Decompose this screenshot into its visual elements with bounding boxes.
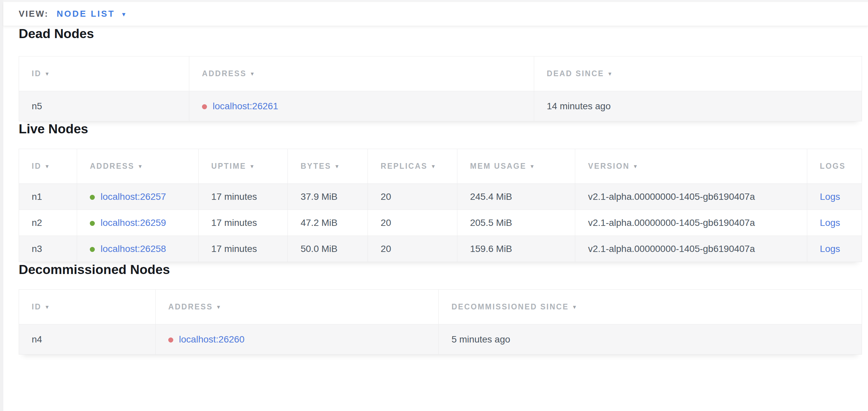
view-label: VIEW: xyxy=(19,9,49,19)
sort-arrow-icon: ▾ xyxy=(46,164,50,169)
sort-arrow-icon: ▾ xyxy=(573,304,577,310)
replicas-cell: 20 xyxy=(368,236,457,262)
live-status-icon xyxy=(90,221,95,226)
table-header-row: ID▾ ADDRESS▾ DECOMMISSIONED SINCE▾ xyxy=(19,290,862,324)
column-header-id[interactable]: ID▾ xyxy=(19,149,77,184)
column-header-mem-usage[interactable]: MEM USAGE▾ xyxy=(457,149,575,184)
bytes-cell: 37.9 MiB xyxy=(288,184,368,210)
table-row: n3 localhost:26258 17 minutes 50.0 MiB 2… xyxy=(19,236,862,262)
sort-arrow-icon: ▾ xyxy=(251,164,254,169)
chevron-down-icon: ▼ xyxy=(121,12,127,18)
sort-arrow-icon: ▾ xyxy=(609,71,612,77)
node-id-cell: n2 xyxy=(19,210,77,236)
node-id-cell: n5 xyxy=(19,91,189,121)
live-nodes-title: Live Nodes xyxy=(19,121,862,137)
page-edge-left xyxy=(0,0,3,411)
column-header-address[interactable]: ADDRESS▾ xyxy=(77,149,199,184)
logs-cell: Logs xyxy=(807,210,862,236)
version-cell: v2.1-alpha.00000000-1405-gb6190407a xyxy=(575,236,807,262)
dead-since-cell: 14 minutes ago xyxy=(534,91,862,121)
column-header-version[interactable]: VERSION▾ xyxy=(575,149,807,184)
column-header-id[interactable]: ID▾ xyxy=(19,290,156,324)
node-address-link[interactable]: localhost:26258 xyxy=(100,243,166,254)
bytes-cell: 50.0 MiB xyxy=(288,236,368,262)
uptime-cell: 17 minutes xyxy=(198,236,288,262)
node-id-cell: n3 xyxy=(19,236,77,262)
logs-link[interactable]: Logs xyxy=(820,217,840,228)
mem-usage-cell: 245.4 MiB xyxy=(457,184,575,210)
sort-arrow-icon: ▾ xyxy=(139,164,143,169)
column-header-id[interactable]: ID▾ xyxy=(19,56,189,91)
node-list-page: Dead Nodes ID▾ ADDRESS▾ DEAD SINCE▾ xyxy=(3,26,868,411)
sort-arrow-icon: ▾ xyxy=(251,71,255,77)
node-address-link[interactable]: localhost:26259 xyxy=(100,217,166,228)
table-row: n4 localhost:26260 5 minutes ago xyxy=(19,324,862,355)
logs-link[interactable]: Logs xyxy=(820,192,840,202)
bytes-cell: 47.2 MiB xyxy=(288,210,368,236)
sort-arrow-icon: ▾ xyxy=(46,71,50,77)
sort-arrow-icon: ▾ xyxy=(432,164,436,169)
logs-cell: Logs xyxy=(807,184,862,210)
live-status-icon xyxy=(90,195,95,200)
mem-usage-cell: 205.5 MiB xyxy=(457,210,575,236)
node-address-cell: localhost:26261 xyxy=(189,91,534,121)
column-header-logs: LOGS xyxy=(807,149,862,184)
sort-arrow-icon: ▾ xyxy=(336,164,339,169)
table-header-row: ID▾ ADDRESS▾ DEAD SINCE▾ xyxy=(19,56,862,91)
uptime-cell: 17 minutes xyxy=(198,184,288,210)
dead-status-icon xyxy=(202,104,207,109)
column-header-bytes[interactable]: BYTES▾ xyxy=(288,149,368,184)
mem-usage-cell: 159.6 MiB xyxy=(457,236,575,262)
table-row: n2 localhost:26259 17 minutes 47.2 MiB 2… xyxy=(19,210,862,236)
column-header-uptime[interactable]: UPTIME▾ xyxy=(198,149,288,184)
live-nodes-table: ID▾ ADDRESS▾ UPTIME▾ BYTES▾ REPLICAS▾ xyxy=(19,149,862,262)
node-address-cell: localhost:26259 xyxy=(77,210,199,236)
replicas-cell: 20 xyxy=(368,184,457,210)
column-header-decommissioned-since[interactable]: DECOMMISSIONED SINCE▾ xyxy=(439,290,862,324)
version-cell: v2.1-alpha.00000000-1405-gb6190407a xyxy=(575,210,807,236)
live-status-icon xyxy=(90,247,95,252)
column-header-address[interactable]: ADDRESS▾ xyxy=(156,290,439,324)
dead-nodes-title: Dead Nodes xyxy=(19,26,862,41)
logs-cell: Logs xyxy=(807,236,862,262)
logs-link[interactable]: Logs xyxy=(820,243,840,254)
node-address-link[interactable]: localhost:26260 xyxy=(179,334,244,345)
replicas-cell: 20 xyxy=(368,210,457,236)
node-address-cell: localhost:26257 xyxy=(77,184,199,210)
view-selected-value: NODE LIST xyxy=(57,9,115,19)
view-bar: VIEW: NODE LIST ▼ xyxy=(3,2,868,26)
node-address-link[interactable]: localhost:26261 xyxy=(213,101,278,111)
uptime-cell: 17 minutes xyxy=(198,210,288,236)
node-id-cell: n1 xyxy=(19,184,77,210)
sort-arrow-icon: ▾ xyxy=(217,304,221,310)
column-header-replicas[interactable]: REPLICAS▾ xyxy=(368,149,457,184)
decommissioned-nodes-title: Decommissioned Nodes xyxy=(19,262,862,277)
column-header-address[interactable]: ADDRESS▾ xyxy=(189,56,534,91)
node-address-cell: localhost:26258 xyxy=(77,236,199,262)
decommissioned-nodes-table: ID▾ ADDRESS▾ DECOMMISSIONED SINCE▾ n4 lo… xyxy=(19,289,862,355)
view-selector[interactable]: NODE LIST ▼ xyxy=(57,9,127,19)
sort-arrow-icon: ▾ xyxy=(531,164,534,169)
version-cell: v2.1-alpha.00000000-1405-gb6190407a xyxy=(575,184,807,210)
table-header-row: ID▾ ADDRESS▾ UPTIME▾ BYTES▾ REPLICAS▾ xyxy=(19,149,862,184)
decommissioned-since-cell: 5 minutes ago xyxy=(439,324,862,355)
node-address-link[interactable]: localhost:26257 xyxy=(100,192,166,202)
column-header-dead-since[interactable]: DEAD SINCE▾ xyxy=(534,56,862,91)
table-row: n1 localhost:26257 17 minutes 37.9 MiB 2… xyxy=(19,184,862,210)
dead-nodes-table: ID▾ ADDRESS▾ DEAD SINCE▾ n5 localhost:26… xyxy=(19,56,862,121)
node-id-cell: n4 xyxy=(19,324,156,355)
decommissioned-status-icon xyxy=(168,337,173,343)
node-address-cell: localhost:26260 xyxy=(156,324,439,355)
sort-arrow-icon: ▾ xyxy=(634,164,638,169)
sort-arrow-icon: ▾ xyxy=(46,304,50,310)
table-row: n5 localhost:26261 14 minutes ago xyxy=(19,91,862,121)
